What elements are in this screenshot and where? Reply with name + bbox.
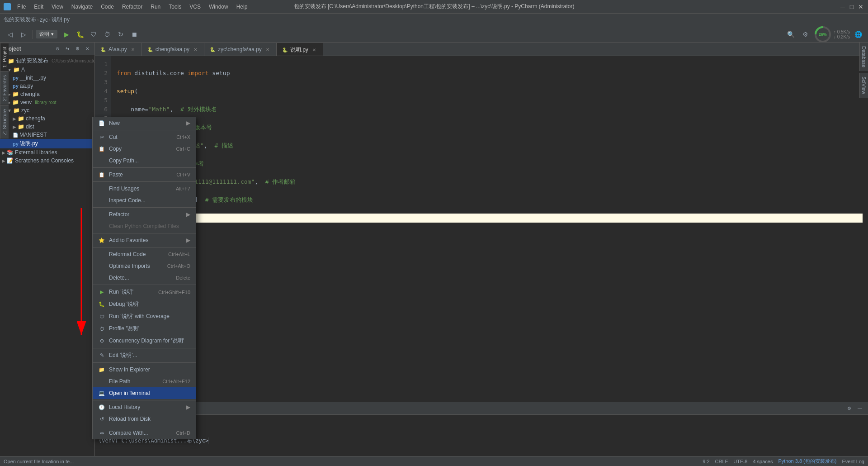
tab-chengfa-aa-close[interactable]: ✕ — [192, 46, 198, 52]
ctx-concurrency[interactable]: ⊕ Concurrency Diagram for '说明' — [93, 335, 196, 347]
tree-folder-a[interactable]: ▼ 📁 A — [0, 66, 94, 74]
tree-file-shuoming[interactable]: py 说明.py — [0, 139, 94, 148]
tab-shuoming-close[interactable]: ✕ — [311, 47, 317, 53]
network-button[interactable]: 🌐 — [852, 28, 864, 41]
tree-file-init[interactable]: py __init__.py — [0, 74, 94, 82]
ctx-compare-with[interactable]: ⇔ Compare With... Ctrl+D — [93, 427, 196, 439]
tree-folder-venv[interactable]: ▶ 📁 venv library root — [0, 98, 94, 106]
tab-chengfa-aa[interactable]: 🐍 chengfa\aa.py ✕ — [142, 43, 204, 56]
side-tab-project[interactable]: 1: Project — [0, 43, 9, 71]
menu-edit[interactable]: Edit — [30, 3, 47, 11]
stop-button[interactable]: ⏹ — [128, 28, 141, 41]
status-python[interactable]: Python 3.8 (包的安装发布) — [778, 458, 836, 465]
ctx-add-favorites[interactable]: ⭐ Add to Favorites ▶ — [93, 234, 196, 246]
project-tree: ▼ 📁 包的安装发布 C:\Users\Administrator\Deskto… — [0, 55, 94, 456]
run-config-dropdown[interactable]: ▾ — [51, 31, 54, 37]
breadcrumb-part-1[interactable]: zyc — [40, 17, 48, 23]
side-tab-sciview[interactable]: SciView — [859, 73, 868, 98]
ctx-show-explorer[interactable]: 📁 Show in Explorer — [93, 364, 196, 376]
tree-folder-zyc[interactable]: ▼ 📁 zyc — [0, 106, 94, 114]
run-config[interactable]: 说明 ▾ — [36, 30, 57, 38]
run-button[interactable]: ▶ — [60, 28, 73, 41]
tree-external-libraries[interactable]: ▶ 📚 External Libraries — [0, 148, 94, 157]
ctx-fav-label: Add to Favorites — [109, 237, 183, 243]
ctx-copy-path[interactable]: Copy Path... — [93, 155, 196, 166]
tree-folder-chengfa[interactable]: ▶ 📁 chengfa — [0, 90, 94, 98]
terminal-settings-button[interactable]: ⚙ — [844, 404, 854, 413]
side-tab-structure[interactable]: Z: Structure — [0, 105, 9, 138]
ctx-profile[interactable]: ⏱ Profile '说明' — [93, 323, 196, 335]
tab-shuoming[interactable]: 🐍 说明.py ✕ — [277, 43, 323, 56]
minimize-button[interactable]: ─ — [839, 3, 846, 10]
project-close-button[interactable]: ✕ — [83, 44, 92, 53]
side-tab-database[interactable]: Database — [859, 43, 868, 71]
ctx-reformat[interactable]: Reformat Code Ctrl+Alt+L — [93, 248, 196, 260]
tree-folder-zyc-chengfa[interactable]: ▶ 📁 chengfa — [0, 114, 94, 123]
ctx-paste[interactable]: 📋 Paste Ctrl+V — [93, 169, 196, 181]
ctx-edit[interactable]: ✎ Edit '说明'... — [93, 349, 196, 361]
breadcrumb-part-0[interactable]: 包的安装发布 — [4, 16, 36, 24]
tree-root[interactable]: ▼ 📁 包的安装发布 C:\Users\Administrator\Deskto… — [0, 56, 94, 66]
tree-folder-dist[interactable]: ▶ 📁 dist — [0, 123, 94, 131]
ctx-run-coverage[interactable]: 🛡 Run '说明' with Coverage — [93, 310, 196, 323]
close-button[interactable]: ✕ — [857, 3, 864, 10]
side-tab-favorites[interactable]: 2: Favorites — [0, 71, 9, 105]
project-scope-button[interactable]: ⊙ — [53, 44, 62, 53]
status-position[interactable]: 9:2 — [703, 459, 709, 464]
search-everywhere-button[interactable]: 🔍 — [785, 28, 797, 41]
ctx-new[interactable]: 📄 New ▶ — [93, 117, 196, 129]
ctx-open-terminal[interactable]: 💻 Open in Terminal — [93, 387, 196, 399]
ctx-debug[interactable]: 🐛 Debug '说明' — [93, 298, 196, 310]
status-encoding[interactable]: UTF-8 — [733, 459, 747, 464]
ctx-cut[interactable]: ✂ Cut Ctrl+X — [93, 131, 196, 143]
menu-navigate[interactable]: Navigate — [68, 3, 96, 11]
ctx-run[interactable]: ▶ Run '说明' Ctrl+Shift+F10 — [93, 286, 196, 298]
ctx-find-usages[interactable]: Find Usages Alt+F7 — [93, 183, 196, 195]
ctx-optimize-imports[interactable]: Optimize Imports Ctrl+Alt+O — [93, 260, 196, 272]
ctx-reload[interactable]: ↺ Reload from Disk — [93, 413, 196, 425]
menu-code[interactable]: Code — [97, 3, 118, 11]
tree-venv-badge: library root — [35, 100, 56, 105]
terminal-content[interactable]: Microsoft Windows [版本 1...] (c) 2018 Mic… — [95, 415, 868, 456]
coverage-button[interactable]: 🛡 — [87, 28, 100, 41]
terminal-line-1: Microsoft Windows [版本 1...] — [99, 417, 864, 424]
debug-button[interactable]: 🐛 — [74, 28, 86, 41]
toolbar-back-button[interactable]: ◁ — [4, 28, 16, 41]
terminal-minimize-button[interactable]: — — [855, 404, 864, 413]
menu-window[interactable]: Window — [205, 3, 232, 11]
ctx-coverage-icon: 🛡 — [98, 314, 105, 319]
project-collapse-button[interactable]: ⇆ — [63, 44, 72, 53]
status-event-log[interactable]: Event Log — [842, 459, 864, 464]
profile-button[interactable]: ⏱ — [101, 28, 113, 41]
settings-button[interactable]: ⚙ — [799, 28, 812, 41]
tree-file-aa[interactable]: py aa.py — [0, 82, 94, 90]
project-settings-button[interactable]: ⚙ — [73, 44, 82, 53]
menu-refactor[interactable]: Refactor — [118, 3, 146, 11]
menu-tools[interactable]: Tools — [165, 3, 185, 11]
ctx-copy[interactable]: 📋 Copy Ctrl+C — [93, 143, 196, 155]
toolbar-forward-button[interactable]: ▷ — [17, 28, 30, 41]
tree-scratches[interactable]: ▶ 📝 Scratches and Consoles — [0, 157, 94, 165]
tab-zyc-close[interactable]: ✕ — [264, 46, 271, 52]
status-indent[interactable]: 4 spaces — [753, 459, 773, 464]
rerun-button[interactable]: ↻ — [114, 28, 127, 41]
ctx-delete[interactable]: Delete... Delete — [93, 272, 196, 284]
tab-zyc-chengfa-aa[interactable]: 🐍 zyc\chengfa\aa.py ✕ — [204, 43, 277, 56]
tree-file-manifest[interactable]: 📄 MANIFEST — [0, 131, 94, 139]
menu-help[interactable]: Help — [233, 3, 251, 11]
ctx-file-path[interactable]: File Path Ctrl+Alt+F12 — [93, 376, 196, 387]
code-content[interactable]: from distutils.core import setup setup( … — [111, 56, 868, 402]
maximize-button[interactable]: □ — [848, 3, 855, 10]
status-line-ending[interactable]: CRLF — [715, 459, 728, 464]
ctx-inspect-code[interactable]: Inspect Code... — [93, 195, 196, 206]
tab-aa[interactable]: 🐍 A\aa.py ✕ — [95, 43, 142, 56]
menu-file[interactable]: File — [14, 3, 29, 11]
menu-view[interactable]: View — [48, 3, 67, 11]
menu-vcs[interactable]: VCS — [186, 3, 204, 11]
ctx-refactor[interactable]: Refactor ▶ — [93, 209, 196, 220]
tab-aa-close[interactable]: ✕ — [130, 46, 136, 52]
ctx-local-history[interactable]: 🕐 Local History ▶ — [93, 401, 196, 413]
menu-run[interactable]: Run — [147, 3, 164, 11]
toolbar: ◁ ▷ 说明 ▾ ▶ 🐛 🛡 ⏱ ↻ ⏹ 🔍 ⚙ 26% ↑ 0.5K/s ↓ … — [0, 26, 868, 43]
breadcrumb-part-2[interactable]: 说明.py — [52, 16, 70, 24]
